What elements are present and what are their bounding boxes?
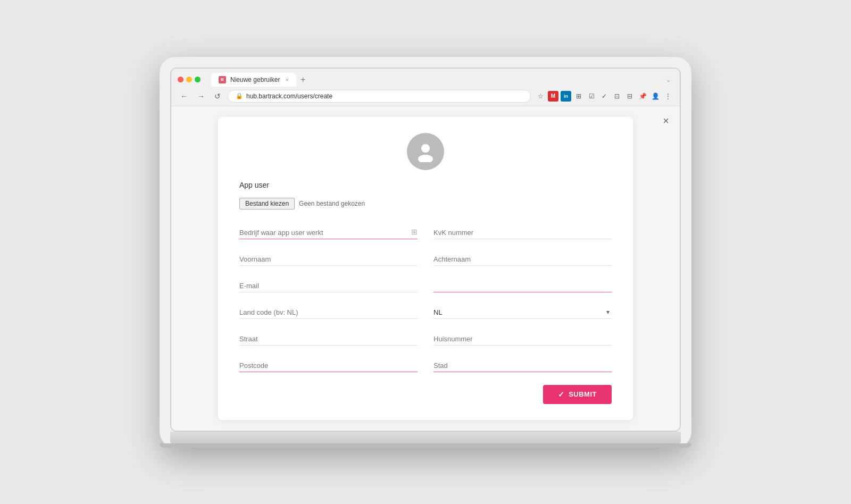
extension-user-icon[interactable]: 👤 <box>650 91 661 102</box>
lock-icon: 🔒 <box>236 93 243 99</box>
page-content: × App user Bestand kiezen Gee <box>171 106 680 431</box>
browser-nav: ← → ↺ 🔒 hub.bartrack.com/users/create ☆ … <box>171 87 680 106</box>
country-select[interactable]: NL BE DE FR GB <box>433 300 612 319</box>
phone-field: +31-6-23451122 <box>433 273 612 292</box>
stad-field <box>433 353 612 372</box>
bookmark-icon[interactable]: ☆ <box>535 91 546 102</box>
traffic-lights <box>178 77 201 82</box>
submit-label: SUBMIT <box>569 390 597 398</box>
laptop-bottom <box>160 443 691 448</box>
extension-m-icon[interactable]: M <box>548 91 558 102</box>
postcode-input[interactable] <box>239 353 418 372</box>
avatar-icon <box>415 141 436 162</box>
extension-check-icon[interactable]: ☑ <box>586 91 597 102</box>
kvk-field <box>433 220 612 239</box>
avatar-section <box>239 133 612 170</box>
email-field <box>239 273 418 292</box>
tab-favicon: B <box>219 76 226 83</box>
file-no-file-label: Geen bestand gekozen <box>299 200 365 207</box>
extension-tool-icon[interactable]: ⊟ <box>624 91 635 102</box>
active-tab[interactable]: B Nieuwe gebruiker × <box>211 73 296 87</box>
tab-bar: B Nieuwe gebruiker × + <box>211 73 662 87</box>
url-text: hub.bartrack.com/users/create <box>246 93 332 100</box>
country-select-field: NL BE DE FR GB <box>433 300 612 319</box>
company-field-icon: ⊞ <box>411 228 418 236</box>
browser-menu-icon[interactable]: ⋮ <box>663 91 673 102</box>
app-user-label: App user <box>239 181 612 189</box>
address-bar[interactable]: 🔒 hub.bartrack.com/users/create <box>228 90 531 103</box>
huisnummer-input[interactable] <box>433 326 612 346</box>
svg-point-1 <box>418 155 433 162</box>
forward-button[interactable]: → <box>195 91 207 102</box>
achternaam-input[interactable] <box>433 247 612 266</box>
submit-row: ✓ SUBMIT <box>239 385 612 404</box>
back-button[interactable]: ← <box>178 91 190 102</box>
huisnummer-field <box>433 326 612 346</box>
extension-pin-icon[interactable]: 📌 <box>637 91 648 102</box>
file-input-row: Bestand kiezen Geen bestand gekozen <box>239 198 612 209</box>
email-input[interactable] <box>239 273 418 292</box>
tab-close-button[interactable]: × <box>286 77 289 83</box>
refresh-button[interactable]: ↺ <box>212 91 223 102</box>
browser-actions: ☆ M in ⊞ ☑ ✓ ⊡ ⊟ 📌 👤 ⋮ <box>535 91 673 102</box>
extension-tick-icon[interactable]: ✓ <box>599 91 610 102</box>
extension-screen-icon[interactable]: ⊡ <box>612 91 622 102</box>
extension-in-icon[interactable]: in <box>561 91 571 102</box>
postcode-field <box>239 353 418 372</box>
voornaam-input[interactable] <box>239 247 418 266</box>
window-maximize[interactable]: ⌄ <box>666 76 673 83</box>
minimize-traffic-light[interactable] <box>186 77 192 82</box>
extension-grid-icon[interactable]: ⊞ <box>573 91 584 102</box>
phone-input[interactable]: +31-6-23451122 <box>433 273 612 292</box>
kvk-input[interactable] <box>433 220 612 239</box>
modal-card: App user Bestand kiezen Geen bestand gek… <box>218 117 633 420</box>
maximize-traffic-light[interactable] <box>195 77 201 82</box>
file-choose-button[interactable]: Bestand kiezen <box>239 198 295 209</box>
achternaam-field <box>433 247 612 266</box>
straat-field <box>239 326 418 346</box>
voornaam-field <box>239 247 418 266</box>
modal-close-button[interactable]: × <box>663 115 669 127</box>
laptop-base <box>170 432 681 443</box>
avatar <box>407 133 444 170</box>
company-input[interactable] <box>239 220 418 239</box>
company-field: ⊞ <box>239 220 418 239</box>
land-code-input[interactable] <box>239 300 418 319</box>
close-traffic-light[interactable] <box>178 77 183 82</box>
land-code-field <box>239 300 418 319</box>
form-grid: ⊞ +31-6-23 <box>239 220 612 380</box>
submit-check-icon: ✓ <box>558 390 565 399</box>
tab-label: Nieuwe gebruiker <box>230 76 280 83</box>
svg-point-0 <box>421 144 430 153</box>
stad-input[interactable] <box>433 353 612 372</box>
submit-button[interactable]: ✓ SUBMIT <box>543 385 612 404</box>
new-tab-button[interactable]: + <box>298 73 307 87</box>
straat-input[interactable] <box>239 326 418 346</box>
